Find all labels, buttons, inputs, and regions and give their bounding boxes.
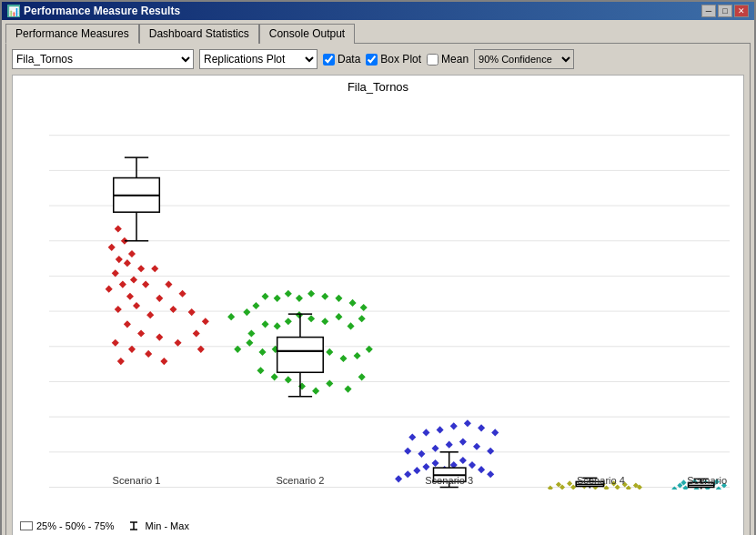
legend-box-label: 25% - 50% - 75%: [36, 520, 115, 531]
legend-whisker-symbol: [126, 520, 142, 531]
svg-rect-107: [277, 338, 324, 373]
tab-bar: Performance Measures Dashboard Statistic…: [5, 24, 751, 44]
svg-text:Scenario 5: Scenario 5: [687, 475, 730, 486]
content-area: Performance Measures Dashboard Statistic…: [2, 20, 754, 535]
mean-label: Mean: [441, 53, 469, 66]
chart-title: Fila_Tornos: [13, 76, 743, 96]
window-title: Performance Measure Results: [24, 5, 180, 17]
tab-dashboard[interactable]: Dashboard Statistics: [139, 24, 259, 44]
boxplot-label: Box Plot: [380, 53, 421, 66]
svg-text:Scenario 2: Scenario 2: [276, 475, 324, 486]
main-window: 📊 Performance Measure Results ─ □ ✕ Perf…: [0, 0, 756, 535]
data-checkbox-group: Data: [323, 53, 360, 66]
svg-text:Scenario 4: Scenario 4: [577, 475, 625, 486]
legend-whisker-item: Min - Max: [126, 520, 189, 531]
data-checkbox[interactable]: [323, 54, 335, 66]
boxplot-checkbox[interactable]: [366, 54, 378, 66]
data-label: Data: [338, 53, 360, 66]
title-buttons: ─ □ ✕: [701, 5, 749, 17]
chart-legend: 25% - 50% - 75% Min - Max: [13, 517, 743, 535]
chart-area: 0 10 20 30 40 50 60 70 80 90 100 110: [13, 96, 743, 517]
title-bar-left: 📊 Performance Measure Results: [7, 5, 180, 17]
chart-container: Fila_Tornos: [12, 75, 744, 535]
svg-text:Scenario 3: Scenario 3: [425, 475, 473, 486]
plot-select[interactable]: Replications Plot: [199, 49, 318, 69]
legend-whisker-label: Min - Max: [146, 520, 189, 531]
legend-box-item: 25% - 50% - 75%: [20, 520, 115, 531]
window-close-button[interactable]: ✕: [734, 5, 749, 17]
legend-box-symbol: [20, 521, 33, 530]
minimize-button[interactable]: ─: [701, 5, 716, 17]
mean-checkbox[interactable]: [427, 54, 438, 66]
confidence-select[interactable]: 90% Confidence: [474, 49, 574, 69]
measure-select[interactable]: Fila_Tornos: [12, 49, 194, 69]
boxplot-checkbox-group: Box Plot: [366, 53, 421, 66]
maximize-button[interactable]: □: [718, 5, 732, 17]
tab-console[interactable]: Console Output: [259, 24, 355, 44]
svg-rect-1: [49, 100, 730, 490]
title-bar: 📊 Performance Measure Results ─ □ ✕: [2, 2, 754, 20]
main-panel: Fila_Tornos Replications Plot Data Box P…: [5, 43, 751, 535]
tab-performance[interactable]: Performance Measures: [5, 24, 139, 44]
app-icon: 📊: [7, 5, 20, 17]
mean-checkbox-group: Mean: [427, 53, 469, 66]
toolbar: Fila_Tornos Replications Plot Data Box P…: [12, 49, 744, 69]
chart-svg: 0 10 20 30 40 50 60 70 80 90 100 110: [49, 100, 730, 490]
svg-text:Scenario 1: Scenario 1: [112, 475, 160, 486]
